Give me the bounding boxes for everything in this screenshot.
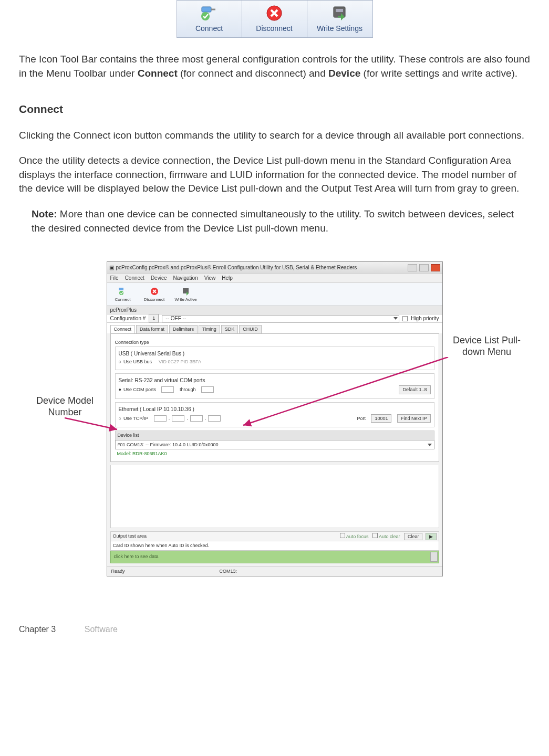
device-model-text: Model: RDR-805B1AK0: [115, 449, 434, 458]
app-title: pcProxConfig pcProx® and pcProxPlus® Enr…: [116, 264, 406, 271]
menu-connect[interactable]: Connect: [125, 275, 144, 282]
use-usb-radio[interactable]: Use USB bus: [123, 359, 152, 365]
tab-sdk[interactable]: SDK: [221, 325, 239, 333]
serial-group: Serial: RS-232 and virtual COM ports ●Us…: [115, 373, 434, 399]
disconnect-label: Disconnect: [256, 24, 292, 34]
app-icon: ▣: [109, 264, 114, 271]
close-x-icon: [265, 4, 284, 23]
intro-paragraph: The Icon Tool Bar contains the three mos…: [19, 52, 530, 80]
callout-model-number: Device Model Number: [26, 395, 105, 418]
status-ready: Ready: [111, 568, 125, 575]
window-maximize-button[interactable]: [419, 264, 429, 271]
tab-timing[interactable]: Timing: [199, 325, 220, 333]
subheader-row: pcProxPlus: [107, 306, 442, 314]
connection-type-label: Connection type: [115, 339, 434, 346]
output-test-label: Output test area: [113, 533, 147, 540]
blank-area: [110, 465, 439, 528]
menu-help[interactable]: Help: [222, 275, 233, 282]
status-port: COM13:: [220, 568, 237, 575]
chevron-down-icon: [393, 317, 398, 320]
chevron-down-icon: [428, 444, 432, 446]
win-disconnect-button[interactable]: Disconnect: [139, 284, 170, 306]
plug-check-icon: [200, 4, 219, 23]
disconnect-button[interactable]: Disconnect: [242, 1, 307, 37]
device-write-icon: [181, 287, 191, 296]
high-priority-checkbox[interactable]: [402, 316, 408, 321]
write-label: Write Settings: [317, 24, 362, 34]
app-screenshot-figure: Device Model Number Device List Pull-dow…: [107, 261, 443, 576]
output-test-area: Output test area Auto focus Auto clear C…: [110, 531, 439, 563]
close-x-icon: [150, 287, 159, 296]
config-row: Configuration # 1 -- OFF -- High priorit…: [107, 314, 442, 323]
note-paragraph: Note: More than one device can be connec…: [19, 207, 530, 235]
device-write-icon: [330, 4, 349, 23]
section-label: Software: [85, 625, 118, 634]
icon-toolbar-figure: Connect Disconnect Write Settings: [19, 0, 530, 38]
tab-body: Connection type USB ( Universal Serial B…: [110, 333, 439, 462]
svg-rect-7: [119, 288, 123, 290]
connect-button[interactable]: Connect: [177, 1, 242, 37]
config-mode-select[interactable]: -- OFF --: [162, 315, 399, 322]
menu-navigation[interactable]: Navigation: [173, 275, 198, 282]
use-com-radio[interactable]: Use COM ports: [123, 386, 156, 393]
output-subtext: Card ID shown here when Auto ID is check…: [110, 541, 439, 551]
tab-data-format[interactable]: Data format: [136, 325, 168, 333]
ip-octet-3[interactable]: [190, 415, 203, 422]
usb-group: USB ( Universal Serial Bus ) ○Use USB bu…: [115, 346, 434, 370]
auto-clear-checkbox[interactable]: [372, 533, 378, 538]
svg-rect-4: [336, 9, 343, 12]
menu-device[interactable]: Device: [151, 275, 167, 282]
title-bar: ▣ pcProxConfig pcProx® and pcProxPlus® E…: [107, 262, 442, 274]
com-to-spinner[interactable]: [201, 386, 214, 393]
ip-octet-4[interactable]: [208, 415, 221, 422]
window-toolbar: Connect Disconnect Write Active: [107, 283, 442, 306]
app-window: ▣ pcProxConfig pcProx® and pcProxPlus® E…: [107, 261, 443, 576]
menu-bar: File Connect Device Navigation View Help: [107, 274, 442, 283]
svg-rect-0: [202, 7, 211, 12]
default-button[interactable]: Default 1..8: [399, 385, 430, 394]
tab-connect[interactable]: Connect: [110, 325, 136, 333]
config-num-select[interactable]: 1: [149, 314, 159, 323]
find-next-ip-button[interactable]: Find Next IP: [397, 414, 431, 423]
win-connect-button[interactable]: Connect: [107, 284, 139, 306]
port-value: 10001: [371, 414, 391, 423]
write-settings-button[interactable]: Write Settings: [307, 1, 372, 37]
clear-button[interactable]: Clear: [404, 533, 423, 540]
ethernet-group: Ethernet ( Local IP 10.10.10.36 ) ○Use T…: [115, 402, 434, 428]
connect-label: Connect: [195, 24, 223, 34]
plug-check-icon: [118, 287, 128, 296]
page-footer: Chapter 3 Software: [19, 624, 530, 635]
connect-p2: Once the utility detects a device connec…: [19, 154, 530, 196]
connect-heading: Connect: [19, 101, 530, 117]
win-write-button[interactable]: Write Active: [170, 284, 202, 306]
status-bar: Ready COM13:: [107, 566, 442, 576]
chapter-label: Chapter 3: [19, 625, 56, 634]
ip-octet-1[interactable]: [154, 415, 167, 422]
output-green-bar[interactable]: click here to see data: [110, 551, 439, 563]
connect-p1: Clicking the Connect icon button command…: [19, 129, 530, 143]
ip-octet-2[interactable]: [172, 415, 184, 422]
com-from-spinner[interactable]: [161, 386, 174, 393]
menu-view[interactable]: View: [204, 275, 216, 282]
callout-device-list: Device List Pull-down Menu: [445, 335, 529, 358]
use-tcpip-radio[interactable]: Use TCP/IP: [123, 415, 148, 422]
auto-focus-checkbox[interactable]: [340, 533, 345, 538]
window-close-button[interactable]: [431, 264, 440, 271]
tab-chuid[interactable]: CHUID: [239, 325, 262, 333]
window-minimize-button[interactable]: [408, 264, 417, 271]
device-list-label: Device list: [115, 430, 434, 440]
go-button[interactable]: ▶: [426, 533, 437, 540]
menu-file[interactable]: File: [110, 275, 119, 282]
device-list-select[interactable]: #01 COM13: -- Firmware: 10.4.0 LUID:0/0x…: [115, 440, 434, 450]
tabs-row: Connect Data format Delimiters Timing SD…: [107, 323, 442, 333]
tab-delimiters[interactable]: Delimiters: [169, 325, 198, 333]
